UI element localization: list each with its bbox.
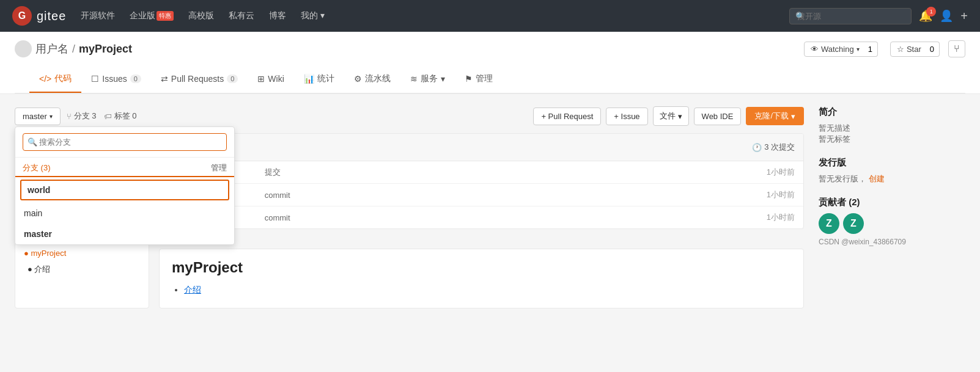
watch-count[interactable]: 1 [863,42,878,57]
issues-icon: ☐ [91,74,99,84]
bullet-icon: ● [24,249,31,258]
add-button[interactable]: + [960,9,968,23]
sidebar-intro: 简介 暂无描述 暂无标签 [819,106,965,145]
top-navigation: G gitee 开源软件 企业版 特惠 高校版 私有云 博客 我的 ▾ 🔍 🔔 … [0,0,980,32]
services-icon: ≋ [410,74,418,84]
branch-selector: master ▾ 🔍 分支 (3) 管理 world [15,108,61,125]
nav-enterprise[interactable]: 企业版 特惠 [130,10,174,21]
branch-search-area: 🔍 [15,127,234,158]
branch-item-world[interactable]: world [20,180,229,200]
new-issue-button[interactable]: + Issue [606,108,647,125]
sub-header: 用户名 / myProject 👁 Watching ▾ 1 ☆ Star [0,32,980,94]
tab-pull-requests[interactable]: ⇄ Pull Requests 0 [151,67,248,92]
file-dropdown-icon: ▾ [678,112,682,121]
sidebar-release: 发行版 暂无发行版， 创建 [819,157,965,184]
file-button[interactable]: 文件 ▾ [653,106,689,126]
readme-content: myProject 介绍 [160,249,803,308]
repo-actions: 👁 Watching ▾ 1 ☆ Star 0 ⑂ [804,40,965,57]
clone-dropdown-icon: ▾ [791,112,795,121]
readme-panel: myProject 介绍 [159,249,804,308]
commits-icon: 🕐 [752,143,762,152]
file-tree: ● myProject ● 介绍 [15,239,149,308]
search-input[interactable] [789,8,912,24]
tab-manage[interactable]: ⚑ 管理 [455,66,503,93]
readme-link[interactable]: 介绍 [184,285,201,294]
branches-count: ⑂ 分支 3 [67,111,97,122]
sidebar-intro-title: 简介 [819,106,965,118]
file-commit: commit [265,213,746,222]
notification-button[interactable]: 🔔 1 [919,9,932,23]
logo-text: gitee [37,9,66,23]
file-time: 1小时前 [746,189,795,200]
star-button[interactable]: ☆ Star [890,42,928,57]
branch-item-master[interactable]: master [15,224,234,244]
services-dropdown-icon: ▾ [441,74,445,84]
sidebar-release-link[interactable]: 创建 [869,174,885,183]
contributor-avatar-1[interactable]: Z [819,213,839,234]
nav-university[interactable]: 高校版 [188,10,214,21]
sidebar: 简介 暂无描述 暂无标签 发行版 暂无发行版， 创建 贡献者 (2) Z Z C… [819,106,965,308]
nav-opensource[interactable]: 开源软件 [81,10,115,21]
repo-toolbar: master ▾ 🔍 分支 (3) 管理 world [15,106,804,126]
repo-owner[interactable]: 用户名 [35,42,68,56]
search-icon: 🔍 [795,12,805,21]
tag-icon: 🏷 [104,112,112,121]
branch-manage-link[interactable]: 管理 [211,162,227,173]
branch-search-input[interactable] [23,133,227,151]
code-icon: </> [39,74,51,84]
gitee-logo-icon: G [12,6,32,26]
branch-dropdown: 🔍 分支 (3) 管理 world main master [15,126,235,245]
tejie-badge: 特惠 [157,11,174,21]
bottom-area: ● myProject ● 介绍 myProject 介绍 [15,239,804,308]
tab-wiki[interactable]: ⊞ Wiki [248,67,293,92]
branch-section-title: 分支 (3) [23,162,51,173]
stats-icon: 📊 [304,74,314,84]
sidebar-contributors-title: 贡献者 (2) [819,197,965,208]
nav-links: 开源软件 企业版 特惠 高校版 私有云 博客 我的 ▾ [81,10,775,21]
user-avatar-nav[interactable]: 👤 [940,9,953,23]
bullet-icon: ● [28,264,34,274]
branch-button[interactable]: master ▾ [15,108,61,125]
logo[interactable]: G gitee [12,6,66,26]
manage-icon: ⚑ [465,74,473,84]
sidebar-tags-desc: 暂无标签 [819,134,965,145]
branch-dropdown-arrow: ▾ [50,113,53,120]
repo-title: 用户名 / myProject [15,40,132,57]
nav-right: 🔍 🔔 1 👤 + [789,8,968,24]
repo-name[interactable]: myProject [79,43,132,56]
tab-services[interactable]: ≋ 服务 ▾ [400,66,455,93]
fork-button[interactable]: ⑂ [948,40,965,57]
new-pull-request-button[interactable]: + Pull Request [533,108,601,125]
file-commit: commit [265,191,746,200]
clone-button[interactable]: 克隆/下载 ▾ [746,107,804,125]
tab-issues[interactable]: ☐ Issues 0 [81,67,151,92]
pipeline-icon: ⚙ [354,74,362,84]
nav-private[interactable]: 私有云 [229,10,254,21]
file-commit: 提交 [265,167,746,178]
branch-info: ⑂ 分支 3 🏷 标签 0 [67,111,137,122]
contributor-avatar-2[interactable]: Z [843,213,864,234]
contributor-label: CSDN @weixin_43866709 [819,238,965,246]
readme-list: 介绍 [172,281,791,298]
branch-search-icon: 🔍 [28,137,37,147]
nav-blog[interactable]: 博客 [269,10,286,21]
watch-button[interactable]: 👁 Watching ▾ [804,42,866,57]
tree-item-intro[interactable]: ● 介绍 [15,261,149,278]
tab-stats[interactable]: 📊 统计 [294,66,344,93]
tab-code[interactable]: </> 代码 [29,66,81,93]
webide-button[interactable]: Web IDE [694,108,742,125]
sidebar-intro-desc: 暂无描述 [819,123,965,134]
owner-avatar [15,40,32,57]
nav-mine[interactable]: 我的 ▾ [301,10,325,21]
contributors-list: Z Z [819,213,965,234]
commit-count: 🕐 3 次提交 [752,142,795,153]
tab-pipeline[interactable]: ⚙ 流水线 [344,66,400,93]
tags-count: 🏷 标签 0 [104,111,137,122]
eye-icon: 👁 [811,45,819,54]
content-left: master ▾ 🔍 分支 (3) 管理 world [15,106,804,308]
star-count[interactable]: 0 [925,42,940,57]
star-group: ☆ Star 0 [886,42,940,57]
branch-item-main[interactable]: main [15,203,234,224]
repo-tabs: </> 代码 ☐ Issues 0 ⇄ Pull Requests 0 ⊞ Wi… [15,66,965,93]
tree-item-myproject[interactable]: ● myProject [15,246,149,261]
